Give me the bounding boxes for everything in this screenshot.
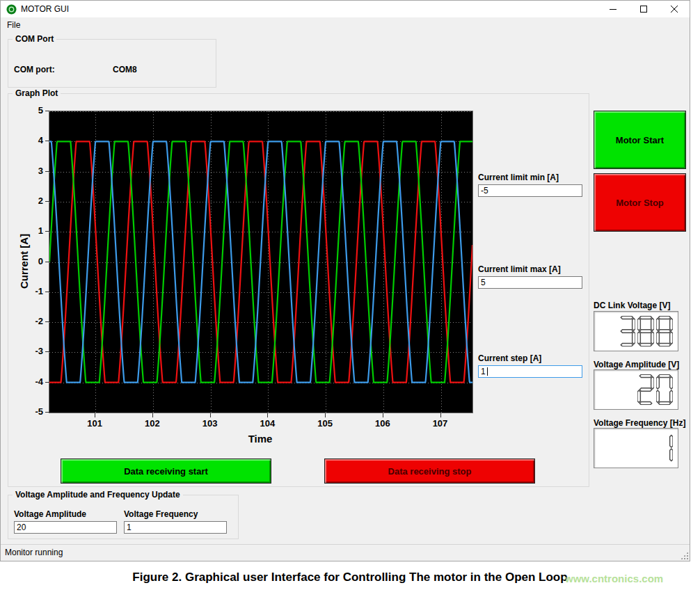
- voltage-amplitude-display: [594, 369, 678, 410]
- y-tick-mark: [45, 262, 49, 262]
- y-tick-label: 5: [14, 105, 43, 116]
- voltage-frequency-label: Voltage Frequency: [124, 509, 227, 519]
- status-text: Monitor running: [5, 548, 63, 557]
- page: MOTOR GUI File COM Port COM port: COM8: [0, 0, 700, 590]
- close-button[interactable]: [659, 1, 690, 17]
- minimize-button[interactable]: [598, 1, 628, 17]
- x-tick-mark: [152, 413, 153, 417]
- voltage-amplitude-display-label: Voltage Amplitude [V]: [594, 360, 679, 369]
- y-tick-label: 1: [14, 225, 43, 237]
- voltage-amplitude-input[interactable]: [14, 521, 117, 534]
- menu-file[interactable]: File: [1, 17, 26, 33]
- text-caret: [487, 367, 488, 376]
- x-axis-title: Time: [225, 433, 295, 445]
- plot-canvas: [49, 111, 473, 413]
- caption-area: Figure 2. Graphical user Interface for C…: [0, 561, 700, 590]
- voltage-frequency-display: [594, 428, 678, 468]
- seven-segment-digit: [637, 374, 654, 405]
- y-tick-label: -5: [14, 406, 43, 417]
- y-tick-mark: [45, 382, 49, 383]
- y-tick-mark: [45, 231, 49, 232]
- x-tick-mark: [267, 413, 268, 417]
- com-port-group-title: COM Port: [13, 34, 56, 44]
- x-tick-label: 101: [81, 418, 109, 429]
- watermark: www.cntronics.com: [565, 573, 663, 584]
- menu-bar: File: [1, 17, 690, 34]
- current-limit-max-field: Current limit max [A]: [478, 264, 582, 289]
- y-tick-mark: [45, 321, 49, 322]
- y-tick-mark: [45, 201, 49, 202]
- y-tick-mark: [45, 292, 49, 292]
- y-tick-mark: [45, 111, 49, 111]
- y-tick-mark: [45, 412, 49, 413]
- app-icon: [6, 4, 17, 15]
- y-tick-label: 4: [14, 135, 43, 146]
- voltage-update-group: Voltage Amplitude and Frequency Update V…: [8, 495, 239, 539]
- app-window: MOTOR GUI File COM Port COM port: COM8: [0, 0, 690, 561]
- dc-link-voltage-label: DC Link Voltage [V]: [594, 301, 670, 310]
- y-tick-label: -1: [14, 286, 43, 297]
- motor-stop-button[interactable]: Motor Stop: [594, 173, 686, 232]
- y-tick-label: -3: [14, 346, 43, 357]
- x-tick-mark: [95, 413, 95, 417]
- current-limit-max-label: Current limit max [A]: [478, 264, 582, 274]
- y-tick-label: 2: [14, 196, 43, 207]
- com-port-label: COM port:: [14, 65, 55, 74]
- graph-plot-group: Graph Plot Current [A] Time 543210-1-2-3…: [8, 93, 589, 487]
- current-step-field: Current step [A]: [478, 353, 582, 378]
- voltage-frequency-input[interactable]: [124, 521, 227, 534]
- data-receiving-start-button[interactable]: Data receiving start: [61, 459, 271, 484]
- seven-segment-digit: [656, 316, 673, 346]
- current-limit-max-input[interactable]: [478, 276, 582, 289]
- x-tick-mark: [440, 413, 441, 417]
- maximize-button[interactable]: [628, 1, 659, 17]
- plot-region: Current [A] Time 543210-1-2-3-4-51011021…: [8, 94, 589, 486]
- y-tick-label: -2: [14, 316, 43, 327]
- y-tick-mark: [45, 141, 49, 141]
- seven-segment-digit: [656, 374, 673, 405]
- seven-segment-digit: [656, 433, 673, 463]
- data-receiving-stop-button[interactable]: Data receiving stop: [324, 459, 535, 484]
- status-bar: Monitor running: [1, 544, 690, 561]
- window-controls: [598, 1, 690, 17]
- seven-segment-digit: [637, 316, 654, 346]
- voltage-amplitude-label: Voltage Amplitude: [14, 509, 117, 519]
- com-port-value: COM8: [113, 65, 137, 74]
- voltage-update-group-title: Voltage Amplitude and Frequency Update: [13, 490, 183, 500]
- y-tick-label: 3: [14, 166, 43, 177]
- current-step-input[interactable]: [478, 365, 582, 378]
- dc-link-voltage-display: [594, 311, 678, 351]
- y-tick-mark: [45, 351, 49, 352]
- current-limit-min-label: Current limit min [A]: [478, 173, 582, 182]
- y-tick-label: -4: [14, 376, 43, 388]
- y-tick-mark: [45, 171, 49, 172]
- voltage-amplitude-field: Voltage Amplitude: [14, 509, 117, 534]
- current-step-label: Current step [A]: [478, 353, 582, 363]
- x-tick-label: 102: [138, 418, 166, 429]
- current-limit-min-field: Current limit min [A]: [478, 173, 582, 197]
- com-port-group: COM Port COM port: COM8: [8, 39, 216, 88]
- close-icon: [671, 6, 678, 13]
- current-limit-min-input[interactable]: [478, 184, 582, 197]
- y-tick-label: 0: [14, 256, 43, 267]
- x-tick-label: 106: [369, 418, 397, 429]
- window-title: MOTOR GUI: [21, 4, 69, 14]
- maximize-icon: [640, 6, 648, 13]
- x-tick-label: 103: [196, 418, 224, 429]
- minimize-icon: [610, 6, 617, 13]
- x-tick-label: 107: [427, 418, 454, 429]
- voltage-frequency-display-label: Voltage Frequency [Hz]: [594, 418, 685, 428]
- seven-segment-digit: [619, 316, 635, 346]
- x-tick-mark: [383, 413, 383, 417]
- x-tick-mark: [210, 413, 211, 417]
- x-tick-label: 105: [311, 418, 339, 429]
- motor-start-button[interactable]: Motor Start: [594, 111, 686, 169]
- resize-grip[interactable]: [680, 551, 689, 560]
- x-tick-mark: [325, 413, 326, 417]
- voltage-frequency-field: Voltage Frequency: [124, 509, 227, 534]
- title-bar: MOTOR GUI: [1, 1, 690, 17]
- x-tick-label: 104: [253, 418, 281, 429]
